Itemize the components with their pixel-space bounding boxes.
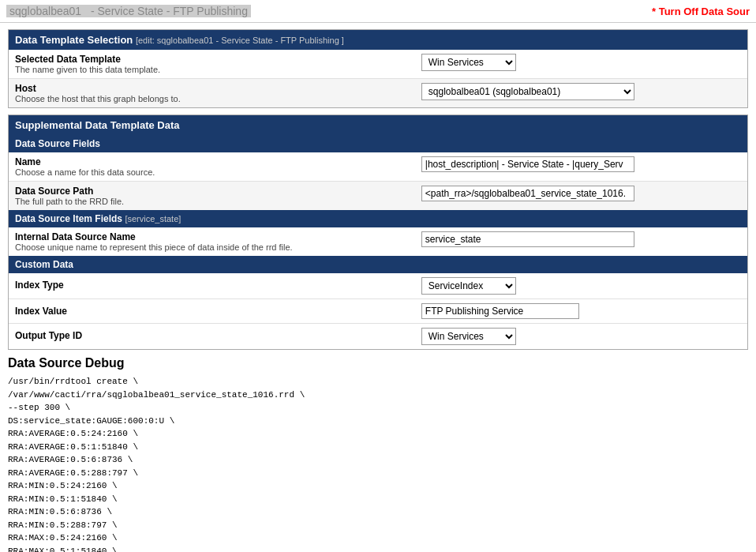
path-control[interactable]	[415, 182, 747, 211]
output-type-label-cell: Output Type ID	[9, 324, 415, 350]
output-type-label: Output Type ID	[15, 330, 409, 341]
name-control[interactable]	[415, 152, 747, 182]
supplemental-section: Supplemental Data Template Data Data Sou…	[8, 115, 748, 350]
title-prefix: sqglobalbea01	[6, 5, 84, 17]
page-header: sqglobalbea01 - Service State - FTP Publ…	[0, 0, 756, 23]
name-label: Name	[15, 156, 409, 167]
internal-name-control[interactable]	[415, 227, 747, 256]
name-desc: Choose a name for this data source.	[15, 167, 409, 177]
data-template-edit-note: [edit: sqglobalbea01 - Service State - F…	[136, 36, 344, 45]
supplemental-header: Supplemental Data Template Data	[9, 115, 747, 135]
index-value-label-cell: Index Value	[9, 299, 415, 324]
internal-name-row: Internal Data Source Name Choose unique …	[9, 227, 747, 256]
index-value-label: Index Value	[15, 306, 409, 317]
host-control[interactable]: sqglobalbea01 (sqglobalbea01)	[415, 79, 747, 108]
ds-item-fields-note: [service_state]	[125, 214, 181, 223]
ds-item-fields-title: Data Source Item Fields	[15, 213, 122, 224]
host-label-cell: Host Choose the host that this graph bel…	[9, 79, 415, 108]
data-template-title: Data Template Selection	[15, 34, 133, 46]
debug-section: Data Source Debug /usr/bin/rrdtool creat…	[8, 356, 748, 552]
internal-name-desc: Choose unique name to represent this pie…	[15, 242, 409, 252]
selected-template-desc: The name given to this data template.	[15, 65, 409, 74]
page-title: sqglobalbea01 - Service State - FTP Publ…	[6, 5, 251, 17]
path-input[interactable]	[421, 186, 634, 201]
data-template-section: Data Template Selection [edit: sqglobalb…	[8, 29, 748, 108]
custom-data-table: Index Type ServiceIndex Index Value Outp…	[9, 273, 747, 349]
name-row: Name Choose a name for this data source.	[9, 152, 747, 182]
data-source-fields-header: Data Source Fields	[9, 135, 747, 152]
host-select[interactable]: sqglobalbea01 (sqglobalbea01)	[421, 83, 634, 100]
path-label: Data Source Path	[15, 186, 409, 197]
path-row: Data Source Path The full path to the RR…	[9, 182, 747, 211]
data-template-table: Selected Data Template The name given to…	[9, 50, 747, 107]
ds-item-fields-header: Data Source Item Fields [service_state]	[9, 210, 747, 227]
output-type-control[interactable]: Win Services	[415, 324, 747, 350]
index-type-label: Index Type	[15, 280, 409, 291]
index-value-input[interactable]	[421, 303, 579, 319]
selected-template-label-cell: Selected Data Template The name given to…	[9, 50, 415, 79]
selected-template-select[interactable]: Win Services	[421, 54, 516, 71]
data-source-fields-table: Name Choose a name for this data source.…	[9, 152, 747, 210]
data-template-header: Data Template Selection [edit: sqglobalb…	[9, 30, 747, 50]
output-type-row: Output Type ID Win Services	[9, 324, 747, 350]
turn-off-link[interactable]: * Turn Off Data Sour	[652, 6, 750, 17]
index-type-control[interactable]: ServiceIndex	[415, 273, 747, 299]
internal-name-label-cell: Internal Data Source Name Choose unique …	[9, 227, 415, 256]
internal-name-label: Internal Data Source Name	[15, 231, 409, 242]
selected-template-control[interactable]: Win Services	[415, 50, 747, 79]
index-type-label-cell: Index Type	[9, 273, 415, 299]
host-desc: Choose the host that this graph belongs …	[15, 94, 409, 103]
path-desc: The full path to the RRD file.	[15, 197, 409, 206]
name-label-cell: Name Choose a name for this data source.	[9, 152, 415, 182]
path-label-cell: Data Source Path The full path to the RR…	[9, 182, 415, 211]
custom-data-header: Custom Data	[9, 256, 747, 273]
debug-code: /usr/bin/rrdtool create \ /var/www/cacti…	[8, 375, 748, 552]
index-type-select[interactable]: ServiceIndex	[421, 277, 516, 295]
host-label: Host	[15, 83, 409, 94]
debug-title: Data Source Debug	[8, 356, 748, 370]
internal-name-input[interactable]	[421, 231, 634, 247]
ds-item-fields-table: Internal Data Source Name Choose unique …	[9, 227, 747, 256]
name-input[interactable]	[421, 156, 634, 172]
output-type-select[interactable]: Win Services	[421, 328, 516, 345]
index-value-control[interactable]	[415, 299, 747, 324]
selected-template-row: Selected Data Template The name given to…	[9, 50, 747, 79]
selected-template-label: Selected Data Template	[15, 54, 409, 65]
title-main: - Service State - FTP Publishing	[84, 5, 251, 17]
host-row: Host Choose the host that this graph bel…	[9, 79, 747, 108]
index-type-row: Index Type ServiceIndex	[9, 273, 747, 299]
index-value-row: Index Value	[9, 299, 747, 324]
